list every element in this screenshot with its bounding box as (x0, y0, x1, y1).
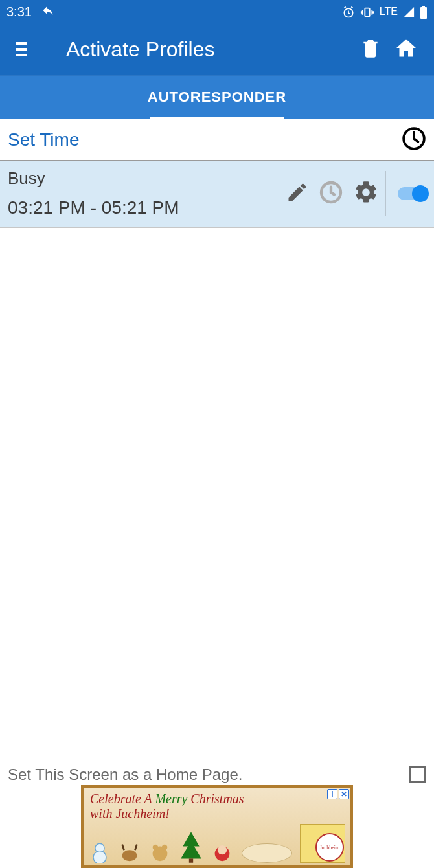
svg-rect-2 (420, 7, 427, 19)
set-time-row[interactable]: Set Time (0, 119, 434, 161)
clock-icon[interactable] (402, 126, 426, 154)
tab-bar: AUTORESPONDER (0, 75, 434, 119)
svg-point-11 (161, 845, 167, 851)
profile-time-range: 03:21 PM - 05:21 PM (8, 198, 286, 218)
battery-icon (420, 5, 428, 19)
ad-info-icon[interactable]: i (327, 789, 337, 799)
ad-headline-1: Celebrate A Merry Christmas (90, 792, 244, 806)
profile-name: Busy (8, 168, 286, 188)
santa-icon (211, 841, 233, 863)
edit-button[interactable] (286, 181, 309, 207)
alarm-icon (342, 5, 355, 19)
home-page-setting: Set This Screen as a Home Page. (0, 766, 434, 784)
cake-icon (242, 843, 292, 863)
home-page-label: Set This Screen as a Home Page. (8, 766, 242, 784)
schedule-button[interactable] (318, 179, 344, 208)
svg-rect-12 (189, 858, 193, 862)
tab-indicator (150, 117, 284, 119)
home-button[interactable] (394, 36, 418, 62)
page-title: Activate Profiles (66, 38, 347, 62)
snowman-icon (89, 841, 111, 863)
tab-autoresponder[interactable]: AUTORESPONDER (148, 76, 286, 119)
network-label: LTE (380, 6, 398, 17)
svg-point-10 (152, 845, 158, 851)
profile-toggle[interactable] (398, 187, 426, 200)
signal-icon (403, 5, 415, 19)
home-page-checkbox[interactable] (409, 766, 426, 783)
app-bar: Activate Profiles (0, 23, 434, 75)
svg-point-14 (218, 845, 227, 854)
ad-close-icon[interactable]: ✕ (339, 789, 349, 799)
ad-headline-2: with Juchheim! (90, 806, 170, 821)
reply-icon (41, 4, 55, 20)
svg-rect-3 (422, 6, 425, 7)
status-time: 3:31 (6, 5, 32, 19)
ad-banner[interactable]: i ✕ Celebrate A Merry Christmas with Juc… (0, 785, 434, 868)
set-time-label: Set Time (8, 130, 79, 150)
ad-decoration (89, 824, 345, 863)
tab-label: AUTORESPONDER (148, 89, 286, 106)
menu-button[interactable] (16, 42, 34, 56)
reindeer-icon (119, 841, 141, 863)
svg-point-7 (93, 851, 106, 863)
vibrate-icon (360, 5, 374, 19)
status-bar: 3:31 LTE (0, 0, 434, 23)
svg-point-8 (122, 850, 137, 861)
delete-button[interactable] (360, 36, 381, 62)
ad-brand-badge: Juchheim (315, 833, 344, 862)
svg-rect-1 (365, 8, 369, 17)
tree-icon (179, 832, 203, 863)
profile-row: Busy 03:21 PM - 05:21 PM (0, 161, 434, 228)
settings-button[interactable] (353, 179, 379, 208)
bear-icon (149, 841, 171, 863)
